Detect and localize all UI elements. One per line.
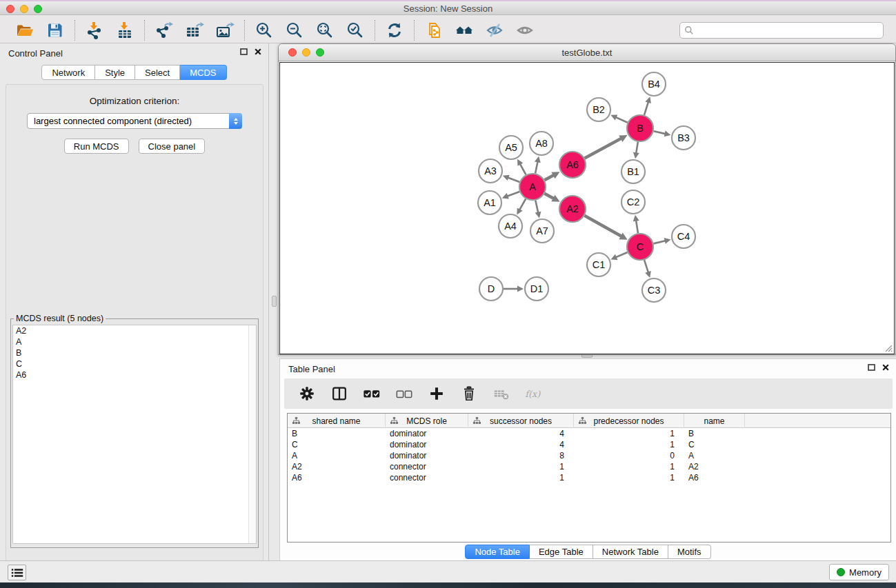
cell-predecessor-nodes[interactable]: 1 <box>574 473 684 483</box>
cell-shared-name[interactable]: A <box>288 451 386 460</box>
zoom-in-icon[interactable] <box>254 20 275 41</box>
edge-A-A2[interactable] <box>545 194 555 199</box>
search-input[interactable] <box>694 25 879 36</box>
resize-grip-icon[interactable] <box>883 343 893 352</box>
edge-B-B2[interactable] <box>615 117 628 123</box>
cell-MCDS-role[interactable]: connector <box>386 462 468 472</box>
edge-B-B1[interactable] <box>636 142 638 154</box>
search-box[interactable] <box>679 22 884 39</box>
export-table-icon[interactable] <box>184 20 205 41</box>
task-history-button[interactable] <box>8 565 26 580</box>
graph-node-A5[interactable]: A5 <box>499 136 523 159</box>
tab-style[interactable]: Style <box>95 65 135 80</box>
cell-successor-nodes[interactable]: 1 <box>468 462 574 472</box>
graph-node-B2[interactable]: B2 <box>587 98 610 121</box>
open-file-icon[interactable] <box>14 20 35 41</box>
tab-node-table[interactable]: Node Table <box>465 545 530 559</box>
graph-node-B1[interactable]: B1 <box>621 160 645 183</box>
edge-A-A7[interactable] <box>535 201 538 214</box>
graph-node-A3[interactable]: A3 <box>479 159 502 183</box>
column-header-MCDS-role[interactable]: MCDS role <box>386 414 468 428</box>
edge-B-B3[interactable] <box>654 131 666 134</box>
add-column-icon[interactable] <box>426 383 447 404</box>
save-session-icon[interactable] <box>45 20 66 41</box>
import-table-icon[interactable] <box>115 20 135 41</box>
graph-node-B[interactable]: B <box>627 115 653 141</box>
optimization-criterion-select[interactable]: largest connected component (directed) <box>27 113 242 129</box>
tab-network[interactable]: Network <box>41 65 95 80</box>
cell-shared-name[interactable]: A6 <box>288 473 386 483</box>
result-item[interactable]: A6 <box>13 369 256 381</box>
column-header-shared-name[interactable]: shared name <box>288 414 386 428</box>
mcds-result-list[interactable]: A2ABCA6 <box>12 325 257 544</box>
float-panel-icon[interactable] <box>240 48 248 55</box>
graph-node-C1[interactable]: C1 <box>587 253 610 276</box>
network-canvas[interactable]: B4B2BB3A8A5A6A3B1AC2A1A2A4A7C4CC1C3DD1 <box>279 62 895 354</box>
cell-successor-nodes[interactable]: 1 <box>468 473 574 483</box>
cell-shared-name[interactable]: C <box>288 440 386 449</box>
table-settings-icon[interactable] <box>297 383 317 404</box>
edge-A-A4[interactable] <box>519 199 526 210</box>
column-header-name[interactable]: name <box>684 414 745 428</box>
cell-MCDS-role[interactable]: dominator <box>386 429 468 438</box>
cell-predecessor-nodes[interactable]: 1 <box>574 440 684 449</box>
graph-node-B4[interactable]: B4 <box>642 72 666 96</box>
edge-A-A5[interactable] <box>519 163 526 175</box>
graph-node-A6[interactable]: A6 <box>559 152 586 178</box>
zoom-fit-icon[interactable] <box>315 20 335 41</box>
graph-node-B3[interactable]: B3 <box>672 126 695 150</box>
zoom-selected-icon[interactable] <box>345 20 366 41</box>
graph-node-A7[interactable]: A7 <box>530 219 554 243</box>
select-all-icon[interactable] <box>361 383 382 404</box>
edge-A6-B[interactable] <box>585 138 622 158</box>
column-view-icon[interactable] <box>329 383 350 404</box>
table-row[interactable]: Cdominator41C <box>288 439 890 450</box>
hide-selected-eye-icon[interactable] <box>484 20 505 41</box>
refresh-icon[interactable] <box>384 20 405 41</box>
edge-A-A1[interactable] <box>506 192 519 196</box>
edge-A2-C[interactable] <box>584 216 621 237</box>
edge-C-C1[interactable] <box>615 252 628 258</box>
vertical-splitter-handle[interactable] <box>272 296 277 307</box>
float-table-panel-icon[interactable] <box>868 364 875 371</box>
edge-C-C3[interactable] <box>644 260 648 273</box>
edge-B-B4[interactable] <box>644 101 648 115</box>
result-item[interactable]: C <box>13 358 256 369</box>
result-item[interactable]: A <box>13 336 256 347</box>
cell-name[interactable]: A6 <box>684 473 745 483</box>
close-panel-icon[interactable] <box>255 48 261 55</box>
graph-node-A[interactable]: A <box>519 174 546 200</box>
graph-node-A4[interactable]: A4 <box>499 214 522 238</box>
cell-successor-nodes[interactable]: 4 <box>468 429 574 438</box>
cell-successor-nodes[interactable]: 4 <box>468 440 574 449</box>
close-table-panel-icon[interactable] <box>882 364 889 371</box>
show-all-eye-icon[interactable] <box>515 20 535 41</box>
function-builder-icon[interactable]: f(x) <box>524 383 544 404</box>
tab-motifs[interactable]: Motifs <box>668 545 711 559</box>
close-panel-button[interactable]: Close panel <box>139 139 206 154</box>
node-table-body[interactable]: Bdominator41BCdominator41CAdominator80AA… <box>288 428 890 483</box>
graph-node-D1[interactable]: D1 <box>525 277 548 301</box>
zoom-out-icon[interactable] <box>284 20 305 41</box>
table-row[interactable]: A6connector11A6 <box>288 472 890 483</box>
cell-predecessor-nodes[interactable]: 1 <box>574 429 684 438</box>
column-header-predecessor-nodes[interactable]: predecessor nodes <box>574 414 684 428</box>
table-row[interactable]: Bdominator41B <box>288 428 890 439</box>
memory-button[interactable]: Memory <box>829 564 889 580</box>
graph-node-D[interactable]: D <box>479 277 503 301</box>
tab-edge-table[interactable]: Edge Table <box>530 545 593 559</box>
cell-successor-nodes[interactable]: 8 <box>468 451 574 460</box>
edge-C-C4[interactable] <box>653 241 666 243</box>
graph-node-C4[interactable]: C4 <box>672 225 695 248</box>
import-network-icon[interactable] <box>84 20 105 41</box>
graph-node-C3[interactable]: C3 <box>642 278 666 302</box>
run-mcds-button[interactable]: Run MCDS <box>64 139 129 154</box>
cell-predecessor-nodes[interactable]: 0 <box>574 451 684 460</box>
column-header-successor-nodes[interactable]: successor nodes <box>468 414 574 428</box>
cell-shared-name[interactable]: B <box>288 429 386 438</box>
graph-node-A8[interactable]: A8 <box>530 132 553 155</box>
export-network-icon[interactable] <box>154 20 175 41</box>
cell-name[interactable]: A <box>684 451 745 460</box>
cell-name[interactable]: C <box>684 440 745 449</box>
result-list-scrollbar[interactable] <box>248 325 256 543</box>
